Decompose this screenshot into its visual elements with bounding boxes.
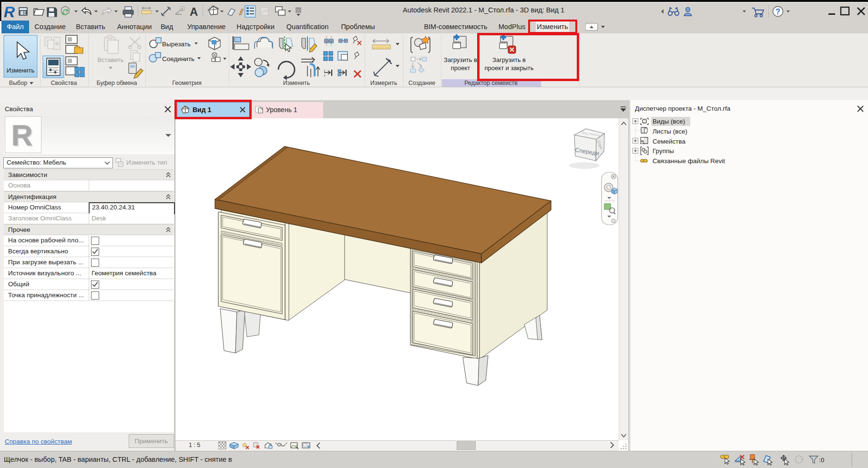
svg-text:Геометрия: Геометрия bbox=[172, 80, 201, 86]
svg-text:Группы: Группы bbox=[653, 147, 674, 155]
svg-text:Листы (все): Листы (все) bbox=[653, 128, 687, 135]
svg-text:Свойства: Свойства bbox=[51, 80, 77, 86]
svg-text:Изменить: Изменить bbox=[7, 67, 35, 74]
svg-text:?: ? bbox=[776, 8, 780, 16]
svg-text::0: :0 bbox=[819, 457, 824, 464]
svg-text:Связанные файлы Revit: Связанные файлы Revit bbox=[653, 157, 725, 165]
svg-text:проект: проект bbox=[451, 64, 470, 72]
svg-text:Вырезать: Вырезать bbox=[162, 41, 191, 48]
svg-text:Вставить: Вставить bbox=[97, 56, 123, 63]
svg-text:R: R bbox=[4, 3, 15, 21]
svg-text:Виды (все): Виды (все) bbox=[653, 118, 685, 125]
svg-text:Создание: Создание bbox=[408, 80, 435, 86]
svg-text:Изменить: Изменить bbox=[283, 80, 310, 86]
svg-text:Загрузить в: Загрузить в bbox=[444, 56, 477, 63]
svg-text:Семейства: Семейства bbox=[653, 138, 686, 145]
svg-text:A: A bbox=[190, 5, 198, 18]
svg-text:1: 1 bbox=[181, 7, 184, 11]
svg-text:Выбор: Выбор bbox=[9, 80, 27, 86]
svg-text:Измерить: Измерить bbox=[370, 80, 397, 86]
svg-text:Соединить: Соединить bbox=[162, 55, 194, 62]
svg-text:Буфер обмена: Буфер обмена bbox=[97, 80, 137, 86]
